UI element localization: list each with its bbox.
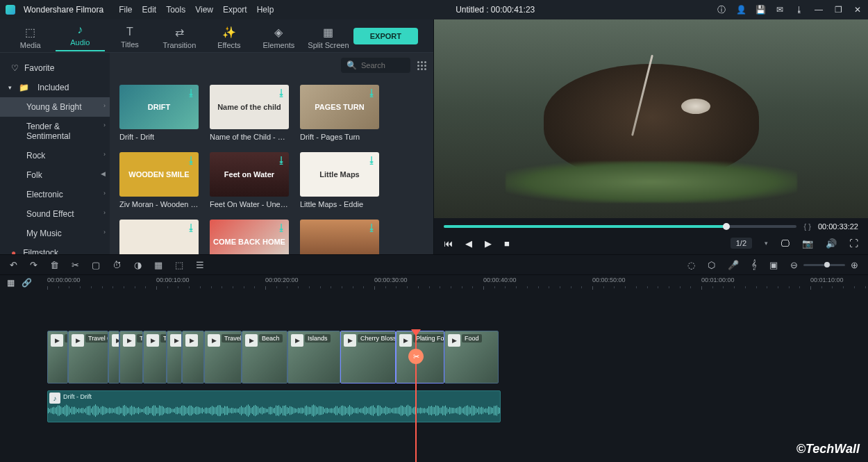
fullscreen-icon[interactable]: ⛶	[849, 238, 858, 249]
sidebar-filmstock[interactable]: Filmstock	[0, 243, 110, 254]
sidebar-item-sound-effect[interactable]: Sound Effect›	[0, 204, 110, 224]
zoom-in-button[interactable]: ⊕	[851, 260, 858, 270]
info-icon[interactable]: ⓘ	[717, 4, 726, 16]
tab-titles[interactable]: TTitles	[105, 23, 155, 49]
search-input[interactable]	[361, 61, 403, 69]
display-icon[interactable]: 🖵	[781, 238, 790, 249]
tab-media[interactable]: ⬚Media	[6, 23, 56, 49]
sidebar-item-folk[interactable]: Folk◀	[0, 165, 110, 185]
save-icon[interactable]: 💾	[756, 5, 765, 15]
stop-button[interactable]: ■	[504, 238, 510, 249]
user-icon[interactable]: 👤	[736, 5, 746, 15]
undo-button[interactable]: ↶	[10, 260, 17, 270]
view-grid-icon[interactable]	[417, 61, 426, 70]
sidebar-item-young-bright[interactable]: Young & Bright›	[0, 97, 110, 117]
asset-card[interactable]: Feet on Water⭳Feet On Water - Unexpec…	[210, 152, 289, 208]
download-icon[interactable]: ⭳	[367, 222, 376, 233]
step-back-button[interactable]: ◀	[465, 238, 472, 249]
download-icon[interactable]: ⭳	[277, 88, 286, 98]
tab-effects[interactable]: ✨Effects	[204, 23, 254, 49]
sidebar-favorite[interactable]: Favorite	[0, 58, 110, 78]
sidebar-item-tender-sentimental[interactable]: Tender & Sentimental›	[0, 117, 110, 146]
download-icon[interactable]: ⭳	[187, 88, 196, 98]
sidebar-item-electronic[interactable]: Electronic›	[0, 185, 110, 204]
video-clip[interactable]: ▶Tr	[143, 331, 167, 383]
snapshot-icon[interactable]: 📷	[802, 238, 813, 249]
speed-button[interactable]: ⏱	[112, 260, 122, 270]
play-button[interactable]: ▶	[485, 238, 492, 249]
menu-edit[interactable]: Edit	[142, 5, 157, 15]
delete-button[interactable]: 🗑	[50, 260, 59, 270]
sidebar-item-rock[interactable]: Rock›	[0, 146, 110, 165]
marker-button[interactable]: ⬡	[708, 260, 715, 270]
preview-video[interactable]	[434, 19, 868, 218]
mail-icon[interactable]: ✉	[775, 5, 785, 15]
redo-button[interactable]: ↷	[30, 260, 37, 270]
video-clip[interactable]: ▶Food	[444, 331, 499, 383]
volume-icon[interactable]: 🔊	[826, 238, 837, 249]
audio-track[interactable]: ♪ 🔓 🔊 ♪Drift - Drift	[47, 390, 868, 422]
preview-page-chevron-icon[interactable]: ▾	[765, 240, 768, 247]
color-button[interactable]: ◑	[134, 260, 142, 270]
video-clip[interactable]: ▶Cherry Blossom	[340, 331, 396, 383]
asset-card[interactable]: WOODEN SMILE⭳Ziv Moran - Wooden Smi…	[119, 152, 199, 208]
zoom-out-button[interactable]: ⊖	[790, 260, 798, 270]
menu-file[interactable]: File	[119, 5, 132, 15]
search-box[interactable]: 🔍	[341, 58, 410, 73]
download-icon[interactable]: ⭳	[794, 5, 804, 15]
video-clip[interactable]: ▶Travel 06	[204, 331, 242, 383]
video-clip[interactable]: ▶	[182, 331, 204, 383]
detach-button[interactable]: ⬚	[175, 260, 183, 270]
menu-help[interactable]: Help	[257, 5, 274, 15]
video-clip[interactable]: ▶Tra	[167, 331, 182, 383]
asset-card[interactable]: Name of the child⭳Name of the Child - Mo…	[210, 85, 289, 141]
zoom-slider[interactable]	[803, 264, 845, 266]
video-clip[interactable]: ▶	[108, 331, 119, 383]
record-button[interactable]: 🎤	[728, 260, 739, 270]
timeline-options-icon[interactable]: ▦	[7, 278, 15, 288]
minimize-icon[interactable]: —	[814, 5, 824, 15]
export-button[interactable]: EXPORT	[353, 28, 418, 44]
preview-page[interactable]: 1/2	[731, 238, 752, 249]
menu-export[interactable]: Export	[223, 5, 247, 15]
asset-card[interactable]: COME BACK HOME⭳	[210, 220, 289, 254]
video-clip[interactable]: ▶Travel 06	[68, 331, 108, 383]
sidebar-item-my-music[interactable]: My Music›	[0, 224, 110, 243]
video-clip[interactable]: ▶Tr	[119, 331, 143, 383]
video-clip[interactable]: ▶Islands	[287, 331, 340, 383]
download-icon[interactable]: ⭳	[367, 155, 376, 165]
asset-card[interactable]: ⭳	[300, 220, 379, 254]
video-clip[interactable]: ▶Beach	[242, 331, 287, 383]
maximize-icon[interactable]: ❐	[833, 5, 843, 15]
video-clip[interactable]: ▶Tra	[47, 331, 68, 383]
tab-audio[interactable]: ♪Audio	[56, 21, 106, 51]
mixer-button[interactable]: 𝄞	[751, 259, 757, 270]
asset-card[interactable]: PAGES TURN⭳Drift - Pages Turn	[300, 85, 379, 141]
menu-view[interactable]: View	[195, 5, 213, 15]
crop-button[interactable]: ▢	[92, 260, 100, 270]
download-icon[interactable]: ⭳	[187, 155, 196, 165]
preview-scrubber[interactable]	[444, 225, 796, 228]
asset-card[interactable]: ⭳	[119, 220, 199, 254]
tab-split-screen[interactable]: ▦Split Screen	[303, 23, 353, 49]
asset-card[interactable]: Little Maps⭳Little Maps - Eddie	[300, 152, 379, 208]
adjust-button[interactable]: ☰	[196, 260, 204, 270]
download-icon[interactable]: ⭳	[277, 222, 286, 233]
audio-clip[interactable]: ♪Drift - Drift	[47, 390, 501, 422]
sidebar-included[interactable]: 📁Included	[0, 78, 110, 97]
asset-card[interactable]: DRIFT⭳Drift - Drift	[119, 85, 199, 141]
render-button[interactable]: ◌	[687, 260, 695, 270]
scissors-icon[interactable]: ✂	[408, 349, 424, 364]
download-icon[interactable]: ⭳	[277, 155, 286, 165]
cut-button[interactable]: ✂	[72, 260, 79, 270]
tab-transition[interactable]: ⇄Transition	[155, 23, 205, 49]
greenscreen-button[interactable]: ▦	[154, 260, 162, 270]
prev-frame-button[interactable]: ⏮	[444, 238, 453, 249]
download-icon[interactable]: ⭳	[187, 222, 196, 233]
picture-button[interactable]: ▣	[769, 260, 778, 270]
link-icon[interactable]: 🔗	[22, 278, 32, 288]
playhead[interactable]: ✂	[415, 329, 417, 462]
tab-elements[interactable]: ◈Elements	[254, 23, 304, 49]
video-track[interactable]: ▸ 🔓 ◎ ▶Tra▶Travel 06▶▶Tr▶Tr▶Tra▶▶Travel …	[47, 331, 868, 386]
menu-tools[interactable]: Tools	[166, 5, 185, 15]
